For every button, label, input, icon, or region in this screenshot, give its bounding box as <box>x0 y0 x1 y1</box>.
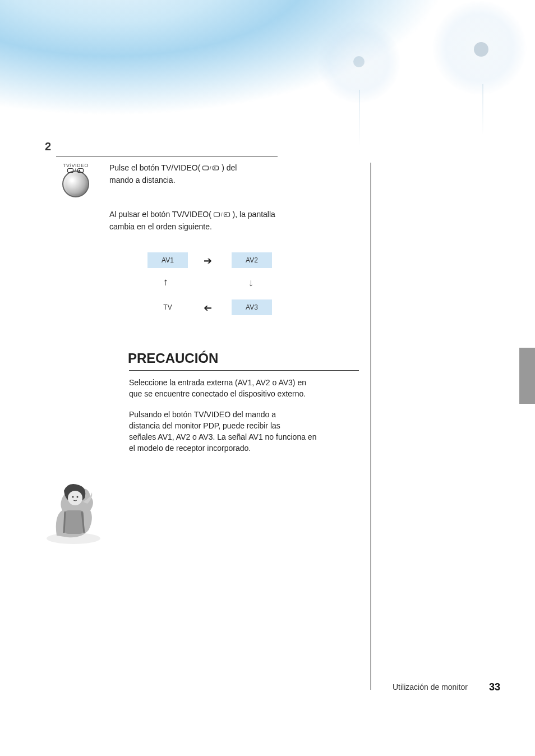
step-line3-suffix: ), la pantalla <box>233 210 275 219</box>
svg-rect-0 <box>68 169 73 173</box>
section-tab <box>519 348 535 404</box>
tv-video-icon: / <box>214 211 230 218</box>
footer-label: Utilización de monitor <box>393 683 468 692</box>
svg-point-11 <box>72 496 74 498</box>
caution-heading: PRECAUCIÓN <box>128 351 218 366</box>
svg-rect-13 <box>64 510 84 534</box>
cycle-box-tv: TV <box>147 299 188 315</box>
svg-rect-3 <box>203 166 209 170</box>
svg-text:/: / <box>210 165 211 171</box>
vertical-divider <box>370 163 371 690</box>
svg-point-10 <box>68 491 82 505</box>
thinking-person-illustration <box>37 471 110 544</box>
caution-p1: Seleccione la entrada externa (AV1, AV2 … <box>129 377 320 400</box>
arrow-right-icon: ➔ <box>204 255 212 267</box>
caution-p2a: Pulsando el botón TV/VIDEO del mando a <box>129 410 276 419</box>
svg-text:/: / <box>221 212 223 218</box>
cycle-box-av1: AV1 <box>147 252 188 268</box>
svg-point-12 <box>77 496 79 498</box>
arrow-down-icon: ↓ <box>248 277 253 289</box>
page-number: 33 <box>489 681 500 693</box>
caution-body: Seleccione la entrada externa (AV1, AV2 … <box>129 377 320 463</box>
dandelion-decor-1 <box>308 11 421 123</box>
arrow-up-icon: ↓ <box>163 277 168 289</box>
step-line3-prefix: Al pulsar el botón TV/VIDEO( <box>109 210 211 219</box>
step-line1-suffix: ) del <box>222 163 237 172</box>
cycle-box-av3: AV3 <box>232 299 272 315</box>
section-number: 2 <box>45 140 51 153</box>
svg-text:/: / <box>75 168 76 173</box>
step-line4: cambia en el orden siguiente. <box>109 222 283 233</box>
divider <box>56 156 278 156</box>
dandelion-decor-2 <box>426 0 535 129</box>
tv-video-button-illustration: TV/VIDEO / <box>56 163 95 205</box>
step-line1-prefix: Pulse el botón TV/VIDEO( <box>109 163 202 172</box>
step-instruction: Pulse el botón TV/VIDEO( / ) del mando a… <box>109 163 283 233</box>
svg-rect-6 <box>214 213 219 216</box>
input-cycle-diagram: AV1 ➔ AV2 ↓ AV3 ➔ TV ↓ <box>137 252 283 331</box>
tv-video-icon: / <box>202 165 219 172</box>
arrow-left-icon: ➔ <box>204 302 212 314</box>
cycle-box-av2: AV2 <box>232 252 272 268</box>
caution-p2b: distancia del monitor PDP, puede recibir… <box>129 421 280 430</box>
step-line2: mando a distancia. <box>109 175 283 186</box>
divider <box>129 370 359 371</box>
caution-p2c: señales AV1, AV2 o AV3. La señal AV1 no … <box>129 432 316 453</box>
tv-video-icon: / <box>67 168 84 173</box>
round-button-icon <box>62 170 89 197</box>
